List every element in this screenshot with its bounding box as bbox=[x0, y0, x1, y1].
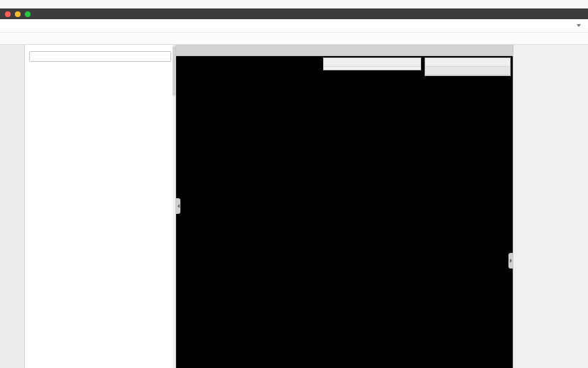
properties-panel bbox=[513, 45, 588, 368]
close-window-button[interactable] bbox=[5, 11, 11, 17]
collapse-right-panel-handle[interactable] bbox=[508, 253, 513, 269]
user-menu-caret-icon[interactable] bbox=[577, 24, 581, 27]
application-window bbox=[0, 0, 588, 368]
project-panel-header bbox=[25, 45, 175, 49]
pcb-canvas-area bbox=[176, 45, 513, 368]
fullscreen-window-button[interactable] bbox=[25, 11, 31, 17]
macos-menu-bar bbox=[0, 0, 588, 9]
left-sidebar-rail bbox=[0, 45, 25, 368]
filter-input[interactable] bbox=[33, 53, 168, 60]
window-title-bar bbox=[0, 9, 588, 19]
document-tabstrip bbox=[176, 45, 513, 56]
easyeda-logo[interactable] bbox=[4, 25, 7, 27]
filter-box bbox=[29, 51, 171, 62]
project-panel-scrollbar[interactable] bbox=[173, 45, 175, 368]
layers-objects-panel bbox=[425, 58, 511, 76]
minimize-window-button[interactable] bbox=[15, 11, 21, 17]
pcb-tools-panel bbox=[323, 58, 421, 70]
collapse-left-panel-handle[interactable] bbox=[176, 198, 180, 214]
project-panel bbox=[25, 45, 176, 368]
pcb-canvas[interactable] bbox=[176, 56, 513, 368]
app-header bbox=[0, 19, 588, 33]
main-area bbox=[0, 45, 588, 368]
main-toolbar bbox=[0, 33, 588, 45]
